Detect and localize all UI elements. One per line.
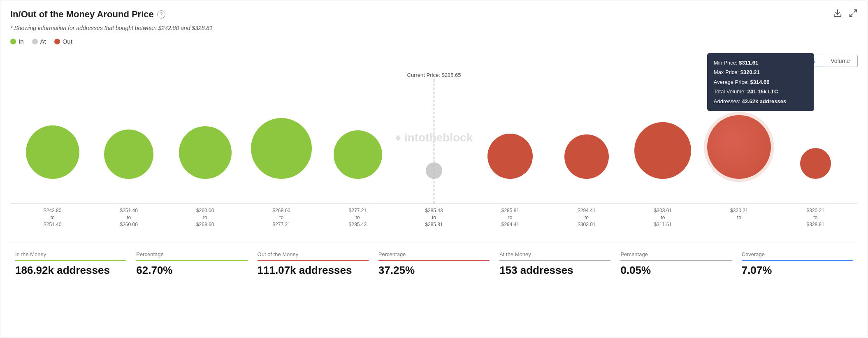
header-icons	[833, 9, 858, 20]
tooltip-addr-label: Addresses:	[714, 98, 740, 104]
tooltip-vol-label: Total Volume:	[714, 88, 746, 95]
stat-out-of-money: Out of the Money 111.07k addresses	[253, 251, 374, 277]
legend-in: In	[10, 38, 24, 45]
expand-icon[interactable]	[849, 9, 858, 20]
bubble-col-6	[472, 72, 548, 179]
stat-percentage-at: Percentage 0.05%	[615, 251, 736, 277]
bubble-1	[104, 130, 153, 179]
bubble-col-1	[91, 72, 167, 179]
stat-label-pct-out: Percentage	[378, 251, 490, 261]
stat-label-in: In the Money	[15, 251, 126, 261]
bubble-col-3	[243, 72, 319, 179]
stat-value-at: 153 addresses	[499, 264, 610, 277]
stat-percentage-out: Percentage 37.25%	[374, 251, 494, 277]
bubble-col-7	[548, 72, 624, 179]
bubble-col-10	[777, 72, 854, 179]
toggle-addresses-button[interactable]: Addresses	[780, 55, 823, 67]
bubble-0	[26, 125, 79, 179]
axis-label-6: $285.81to$294.41	[472, 207, 548, 228]
tooltip-vol-value: 241.15k LTC	[747, 88, 778, 95]
stat-value-coverage: 7.07%	[742, 264, 853, 277]
legend-label-out: Out	[63, 38, 72, 45]
bubble-col-0	[14, 72, 91, 179]
stat-value-pct-out: 37.25%	[378, 264, 490, 277]
svg-line-1	[854, 10, 856, 12]
stat-label-at: At the Money	[499, 251, 610, 261]
axis-label-4: $277.21to$285.43	[320, 207, 396, 228]
axis-label-5: $285.43to$285.81	[396, 207, 472, 228]
stat-in-the-money: In the Money 186.92k addresses	[10, 251, 131, 277]
bubble-2	[179, 126, 232, 179]
bubble-7	[564, 134, 609, 179]
bubble-col-9: Min Price: $311.61 Max Price: $320.21 Av…	[701, 72, 777, 179]
toggle-button-group: Addresses Volume	[10, 55, 858, 67]
legend-at: At	[32, 38, 46, 45]
legend-out: Out	[54, 38, 72, 45]
toggle-volume-button[interactable]: Volume	[823, 55, 858, 67]
bubble-6	[487, 134, 533, 179]
stat-value-out: 111.07k addresses	[258, 264, 369, 277]
legend-label-in: In	[19, 38, 24, 45]
stat-value-in: 186.92k addresses	[15, 264, 126, 277]
tooltip-avg-label: Average Price:	[714, 79, 749, 85]
stats-row: In the Money 186.92k addresses Percentag…	[10, 243, 858, 277]
main-card: In/Out of the Money Around Price ?	[0, 0, 868, 338]
bubbles-row: Min Price: $311.61 Max Price: $320.21 Av…	[10, 72, 858, 179]
axis-label-2: $260.00to$268.60	[167, 207, 243, 228]
stat-percentage-in: Percentage 62.70%	[131, 251, 252, 277]
bubble-5	[426, 162, 442, 179]
tooltip-max-value: $320.21	[740, 69, 760, 75]
chart-area: Current Price: $285.65 ♦ intotheblock	[10, 72, 858, 204]
subtitle: * Showing information for addresses that…	[10, 25, 858, 31]
legend-dot-at	[32, 39, 38, 44]
card-header: In/Out of the Money Around Price ?	[10, 9, 858, 20]
bubble-9	[707, 115, 771, 179]
axis-label-1: $251.40to$260.00	[91, 207, 167, 228]
stat-at-the-money: At the Money 153 addresses	[494, 251, 615, 277]
axis-label-8: $303.01to$311.61	[625, 207, 701, 228]
stat-label-out: Out of the Money	[258, 251, 369, 261]
stat-value-pct-in: 62.70%	[136, 264, 247, 277]
bubble-8	[634, 122, 691, 179]
bubble-10	[800, 148, 831, 179]
bubble-col-5	[396, 72, 472, 179]
stat-label-pct-at: Percentage	[620, 251, 731, 261]
legend-dot-out	[54, 39, 60, 44]
tooltip-max-label: Max Price:	[714, 69, 739, 75]
header-left: In/Out of the Money Around Price ?	[10, 9, 165, 20]
svg-line-2	[850, 14, 852, 16]
bubble-3	[251, 118, 312, 179]
download-icon[interactable]	[833, 9, 842, 20]
stat-label-pct-in: Percentage	[136, 251, 247, 261]
page-title: In/Out of the Money Around Price	[10, 9, 154, 20]
bubble-col-2	[167, 72, 243, 179]
stat-value-pct-at: 0.05%	[620, 264, 731, 277]
stat-label-coverage: Coverage	[742, 251, 853, 261]
bubble-col-4	[320, 72, 396, 179]
axis-label-3: $268.60to$277.21	[243, 207, 319, 228]
stat-coverage: Coverage 7.07%	[737, 251, 858, 277]
axis-row: $242.80to$251.40 $251.40to$260.00 $260.0…	[10, 204, 858, 228]
bubble-4	[334, 130, 382, 179]
bubble-col-8	[625, 72, 701, 179]
legend: In At Out	[10, 38, 858, 45]
axis-label-10: $320.21to$328.81	[777, 207, 854, 228]
axis-label-9: $320.21to	[701, 207, 777, 228]
axis-label-7: $294.41to$303.01	[548, 207, 624, 228]
legend-label-at: At	[40, 38, 46, 45]
tooltip-avg-value: $314.66	[750, 79, 769, 85]
legend-dot-in	[10, 39, 16, 44]
help-icon[interactable]: ?	[157, 10, 165, 19]
axis-label-0: $242.80to$251.40	[14, 207, 91, 228]
